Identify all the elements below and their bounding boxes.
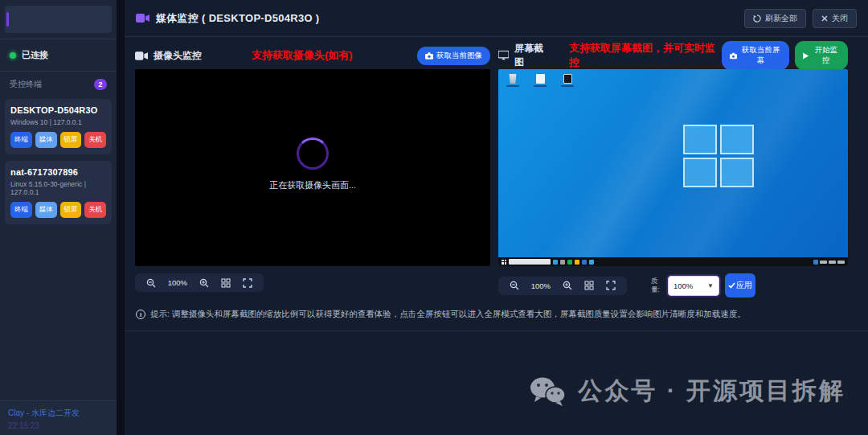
screen-panel-header: 屏幕截图 支持获取屏幕截图，并可实时监控 获取当前屏幕 — [498, 45, 848, 66]
fullscreen-icon[interactable] — [243, 278, 252, 288]
zoom-in-icon[interactable] — [199, 278, 209, 288]
taskbar-search-icon — [509, 259, 551, 265]
zoom-in-icon[interactable] — [563, 281, 572, 290]
quality-label: 质量: — [651, 277, 662, 295]
logo-placeholder — [5, 6, 112, 33]
capture-image-label: 获取当前图像 — [436, 51, 482, 61]
terminal-button[interactable]: 终端 — [10, 132, 32, 148]
capture-screen-button[interactable]: 获取当前屏幕 — [722, 41, 790, 70]
apply-quality-button[interactable]: 应用 — [725, 273, 755, 298]
header-actions: 刷新全部 关闭 — [744, 9, 857, 28]
loading-spinner-icon — [297, 137, 329, 170]
apply-label: 应用 — [736, 281, 752, 291]
lockscreen-button[interactable]: 锁屏 — [60, 132, 82, 148]
fit-screen-icon[interactable] — [221, 278, 231, 288]
camera-zoom-toolbar: 100% — [135, 273, 264, 292]
wechat-icon — [528, 375, 567, 408]
remote-taskbar — [498, 257, 848, 266]
windows-logo — [683, 125, 754, 187]
chevron-down-icon: ▼ — [707, 282, 714, 289]
folder-icon — [575, 260, 579, 265]
play-icon — [803, 52, 809, 60]
wallpaper-light-ray — [498, 69, 848, 266]
screen-zoom-level: 100% — [531, 281, 551, 290]
divider — [125, 330, 868, 331]
sidebar: 已连接 受控终端 2 DESKTOP-D504R3O Windows 10 | … — [0, 0, 117, 435]
screen-panel: 屏幕截图 支持获取屏幕截图，并可实时监控 获取当前屏幕 — [498, 45, 848, 298]
terminal-count-badge: 2 — [94, 79, 107, 90]
device-card-linux[interactable]: nat-6717307896 Linux 5.15.0-30-generic |… — [5, 161, 112, 224]
recycle-bin-icon — [505, 74, 521, 87]
device-name: nat-6717307896 — [10, 167, 106, 177]
device-name: DESKTOP-D504R3O — [10, 105, 106, 115]
capture-screen-label: 获取当前屏幕 — [740, 45, 782, 66]
info-icon: i — [136, 310, 145, 319]
camera-panel: 摄像头监控 支持获取摄像头(如有) 获取当前图像 — [135, 45, 490, 298]
app-icon — [567, 260, 572, 265]
screen-panel-title: 屏幕截图 — [514, 42, 551, 69]
device-actions: 终端 媒体 锁屏 关机 — [10, 132, 106, 148]
quality-select[interactable]: 100% ▼ — [668, 276, 719, 296]
shutdown-button[interactable]: 关机 — [84, 202, 106, 218]
fit-screen-icon[interactable] — [584, 281, 594, 290]
terminal-button[interactable]: 终端 — [10, 202, 32, 218]
store-icon — [589, 260, 594, 265]
close-button[interactable]: 关闭 — [813, 9, 857, 28]
media-monitor-header: 媒体监控 ( DESKTOP-D504R3O ) 刷新全部 关闭 — [125, 0, 868, 37]
screen-note: 支持获取屏幕截图，并可实时监控 — [569, 41, 716, 70]
camera-loading: 正在获取摄像头画面... — [135, 137, 490, 191]
lockscreen-button[interactable]: 锁屏 — [60, 202, 82, 218]
screen-zoom-toolbar: 100% — [498, 277, 627, 295]
refresh-icon — [753, 14, 761, 23]
close-label: 关闭 — [832, 13, 848, 24]
remote-admin-app: 已连接 受控终端 2 DESKTOP-D504R3O Windows 10 | … — [0, 0, 868, 435]
check-icon — [728, 282, 735, 289]
system-tray — [813, 260, 845, 265]
document-icon — [532, 74, 548, 87]
footer-clock: 22:15:23 — [8, 421, 108, 430]
device-os: Linux 5.15.0-30-generic | 127.0.0.1 — [10, 180, 106, 196]
section-label: 受控终端 — [10, 79, 42, 90]
credit-link[interactable]: Clay - 水库边二开发 — [8, 408, 108, 419]
start-monitor-label: 开始监控 — [813, 45, 840, 66]
camera-loading-text: 正在获取摄像头画面... — [269, 179, 356, 191]
settings-icon — [560, 260, 565, 265]
connection-status-label: 已连接 — [22, 49, 48, 61]
fullscreen-icon[interactable] — [606, 281, 616, 290]
capture-image-button[interactable]: 获取当前图像 — [417, 47, 490, 65]
zoom-out-icon[interactable] — [146, 278, 156, 288]
tray-icon — [813, 260, 818, 265]
device-os: Windows 10 | 127.0.0.1 — [10, 118, 106, 126]
start-button-icon — [502, 260, 506, 265]
browser-icon — [553, 260, 558, 265]
connection-status: 已连接 — [0, 39, 117, 72]
camera-icon — [730, 52, 737, 60]
app-window-icon — [559, 74, 575, 87]
watermark: 公众号 · 开源项目拆解 — [528, 375, 845, 408]
refresh-all-label: 刷新全部 — [765, 13, 797, 24]
close-icon — [821, 15, 828, 22]
start-monitor-button[interactable]: 开始监控 — [795, 41, 848, 70]
main-panel: 媒体监控 ( DESKTOP-D504R3O ) 刷新全部 关闭 — [125, 0, 868, 435]
media-button[interactable]: 媒体 — [35, 132, 57, 148]
page-title: 媒体监控 ( DESKTOP-D504R3O ) — [156, 11, 319, 26]
camera-panel-title: 摄像头监控 — [154, 49, 202, 63]
mail-icon — [582, 260, 587, 265]
device-card-desktop[interactable]: DESKTOP-D504R3O Windows 10 | 127.0.0.1 终… — [5, 99, 112, 154]
camera-panel-header: 摄像头监控 支持获取摄像头(如有) 获取当前图像 — [135, 45, 490, 66]
shutdown-button[interactable]: 关机 — [84, 132, 106, 148]
monitor-columns: 摄像头监控 支持获取摄像头(如有) 获取当前图像 — [125, 37, 868, 298]
desktop-icons — [505, 74, 575, 87]
refresh-all-button[interactable]: 刷新全部 — [744, 9, 806, 28]
device-actions: 终端 媒体 锁屏 关机 — [10, 202, 106, 218]
camera-feed-area: 正在获取摄像头画面... — [135, 69, 490, 266]
connected-dot-icon — [10, 52, 16, 59]
camera-icon — [425, 52, 433, 60]
video-camera-icon — [136, 13, 149, 23]
tip-text: 提示: 调整摄像头和屏幕截图的缩放比例可以获得更好的查看体验，点击全屏按钮可以进… — [150, 309, 746, 320]
watermark-text: 公众号 · 开源项目拆解 — [578, 375, 845, 408]
quality-controls: 质量: 100% ▼ 应用 — [651, 273, 755, 298]
camera-monitor-icon — [135, 51, 148, 60]
media-button[interactable]: 媒体 — [35, 202, 57, 218]
zoom-out-icon[interactable] — [510, 281, 519, 290]
